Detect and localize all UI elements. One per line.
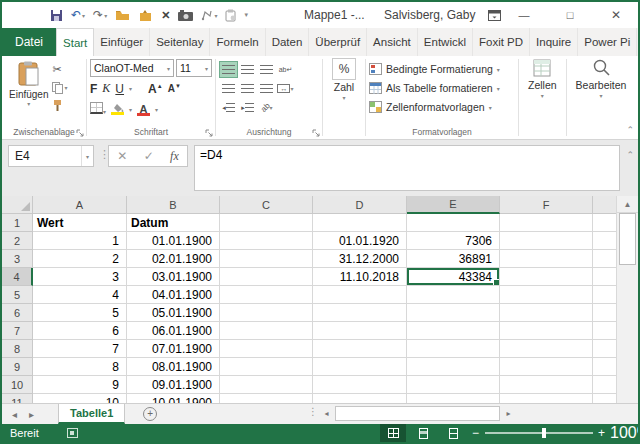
- column-header-F[interactable]: F: [500, 196, 593, 214]
- select-all-corner[interactable]: [2, 196, 33, 214]
- cell-filler[interactable]: [593, 304, 616, 322]
- cell-C1[interactable]: [220, 214, 313, 232]
- zoom-level[interactable]: 100%: [610, 424, 640, 442]
- dialog-launcher-icon[interactable]: [312, 129, 320, 137]
- cell-C2[interactable]: [220, 232, 313, 250]
- save-icon[interactable]: [50, 9, 63, 22]
- cell-F2[interactable]: [500, 232, 593, 250]
- column-header-D[interactable]: D: [313, 196, 407, 214]
- cell-A11[interactable]: 10: [33, 394, 127, 403]
- column-header-B[interactable]: B: [127, 196, 220, 214]
- chevron-down-icon[interactable]: ▾: [81, 146, 93, 166]
- cell-F4[interactable]: [500, 268, 593, 286]
- cell-E8[interactable]: [407, 340, 500, 358]
- chevron-down-icon[interactable]: ▾: [64, 84, 67, 91]
- cell-E2[interactable]: 7306: [407, 232, 500, 250]
- cell-filler[interactable]: [593, 358, 616, 376]
- cell-C6[interactable]: [220, 304, 313, 322]
- chevron-down-icon[interactable]: ▾: [104, 12, 107, 19]
- cell-A9[interactable]: 8: [33, 358, 127, 376]
- wrap-text-button[interactable]: ab↵: [276, 61, 295, 78]
- chevron-down-icon[interactable]: ▾: [27, 100, 30, 107]
- format-as-table-button[interactable]: Als Tabelle formatieren ▾: [369, 80, 515, 96]
- font-name-select[interactable]: ClanOT-Med▾: [90, 59, 174, 77]
- cell-B2[interactable]: 01.01.1900: [127, 232, 220, 250]
- cell-E6[interactable]: [407, 304, 500, 322]
- align-top-button[interactable]: [219, 61, 238, 78]
- merge-center-button[interactable]: ↔▾: [276, 80, 295, 97]
- chevron-down-icon[interactable]: ▾: [214, 12, 217, 19]
- borders-button[interactable]: ▾: [90, 102, 106, 117]
- row-header-7[interactable]: 7: [2, 322, 33, 340]
- formula-input[interactable]: =D4: [194, 145, 620, 191]
- cell-F1[interactable]: [500, 214, 593, 232]
- insert-function-button[interactable]: fx: [170, 149, 179, 164]
- row-header-10[interactable]: 10: [2, 376, 33, 394]
- cell-B8[interactable]: 07.01.1900: [127, 340, 220, 358]
- vertical-scroll-thumb[interactable]: [619, 213, 636, 265]
- cell-filler[interactable]: [593, 214, 616, 232]
- fill-color-button[interactable]: [111, 104, 124, 115]
- cell-A4[interactable]: 3: [33, 268, 127, 286]
- align-bottom-button[interactable]: [257, 61, 276, 78]
- cell-B1[interactable]: Datum: [127, 214, 220, 232]
- cell-styles-button[interactable]: Zellenformatvorlagen ▾: [369, 99, 515, 115]
- cut-button[interactable]: ✂: [52, 62, 67, 77]
- cell-C11[interactable]: [220, 394, 313, 403]
- cell-B6[interactable]: 05.01.1900: [127, 304, 220, 322]
- increase-indent-button[interactable]: ▸: [238, 99, 257, 116]
- customize-qat-icon[interactable]: ▾: [244, 11, 248, 19]
- cell-C4[interactable]: [220, 268, 313, 286]
- tab-power-pi[interactable]: Power Pi: [578, 28, 637, 56]
- page-break-view-button[interactable]: [440, 424, 466, 442]
- tab-seitenlay[interactable]: Seitenlay: [150, 28, 210, 56]
- scroll-up-icon[interactable]: ▲: [617, 196, 638, 213]
- add-sheet-button[interactable]: +: [143, 407, 157, 421]
- cell-D2[interactable]: 01.01.1920: [313, 232, 407, 250]
- cell-C3[interactable]: [220, 250, 313, 268]
- page-layout-view-button[interactable]: [410, 424, 436, 442]
- name-box[interactable]: E4 ▾: [8, 145, 94, 167]
- chevron-down-icon[interactable]: ▾: [129, 106, 132, 113]
- cell-C9[interactable]: [220, 358, 313, 376]
- sheet-tab-tabelle1[interactable]: Tabelle1: [58, 404, 125, 424]
- dialog-launcher-icon[interactable]: [205, 129, 213, 137]
- vertical-scrollbar[interactable]: ▲: [616, 196, 638, 403]
- cell-filler[interactable]: [593, 250, 616, 268]
- cell-B5[interactable]: 04.01.1900: [127, 286, 220, 304]
- cell-D9[interactable]: [313, 358, 407, 376]
- row-header-11[interactable]: 11: [2, 394, 33, 403]
- bold-button[interactable]: F: [90, 82, 97, 96]
- tab-start[interactable]: Start: [56, 28, 94, 56]
- cell-A7[interactable]: 6: [33, 322, 127, 340]
- cell-E1[interactable]: [407, 214, 500, 232]
- row-header-4[interactable]: 4: [2, 268, 33, 286]
- cell-D10[interactable]: [313, 376, 407, 394]
- cell-B7[interactable]: 06.01.1900: [127, 322, 220, 340]
- cell-B3[interactable]: 02.01.1900: [127, 250, 220, 268]
- collapse-ribbon-icon[interactable]: ⌃: [626, 125, 634, 135]
- chevron-down-icon[interactable]: ▾: [82, 12, 85, 19]
- zoom-out-button[interactable]: −: [472, 424, 479, 442]
- cell-E7[interactable]: [407, 322, 500, 340]
- hscroll-right-icon[interactable]: ▸: [502, 406, 515, 421]
- sheet-next-icon[interactable]: ▸: [29, 409, 34, 420]
- tab-formeln[interactable]: Formeln: [210, 28, 265, 56]
- cell-C7[interactable]: [220, 322, 313, 340]
- chevron-down-icon[interactable]: ▾: [129, 85, 132, 92]
- chevron-down-icon[interactable]: ▾: [155, 106, 158, 113]
- cell-F10[interactable]: [500, 376, 593, 394]
- tab-entwickl[interactable]: Entwickl: [418, 28, 473, 56]
- column-header-C[interactable]: C: [220, 196, 313, 214]
- undo-button[interactable]: ↶▾: [71, 9, 85, 21]
- cell-B11[interactable]: 10.01.1900: [127, 394, 220, 403]
- cell-C5[interactable]: [220, 286, 313, 304]
- cell-A1[interactable]: Wert: [33, 214, 127, 232]
- cell-A3[interactable]: 2: [33, 250, 127, 268]
- zoom-in-button[interactable]: +: [598, 424, 605, 442]
- column-header-A[interactable]: A: [33, 196, 127, 214]
- tab--berpr-f[interactable]: Überprüf: [309, 28, 367, 56]
- maximize-button[interactable]: □: [553, 2, 587, 28]
- cell-F3[interactable]: [500, 250, 593, 268]
- close-button[interactable]: ✕: [599, 2, 633, 28]
